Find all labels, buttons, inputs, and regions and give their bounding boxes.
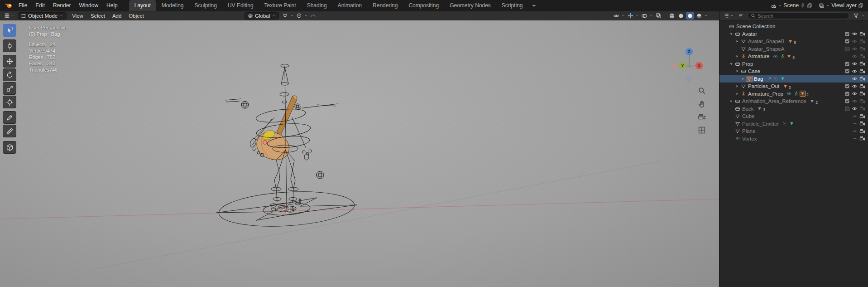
camera-icon[interactable] xyxy=(858,91,866,97)
camera-icon[interactable] xyxy=(858,54,866,59)
axis-x-handle[interactable]: X xyxy=(695,62,703,69)
eye-icon[interactable] xyxy=(851,76,858,82)
editor-type-button[interactable] xyxy=(3,13,16,19)
viewlayer-selector[interactable]: ViewLayer xyxy=(819,2,863,9)
exclude-checkbox[interactable] xyxy=(843,68,851,74)
expander-icon[interactable] xyxy=(734,39,740,44)
orientation-dropdown[interactable]: Global xyxy=(245,12,279,19)
scene-selector[interactable]: Scene xyxy=(771,2,812,9)
shading-material-button[interactable] xyxy=(686,12,694,19)
filter-funnel-icon[interactable] xyxy=(852,12,860,19)
display-mode-icon[interactable] xyxy=(737,12,745,19)
camera-icon[interactable] xyxy=(858,68,866,74)
workspace-tab-modeling[interactable]: Modeling xyxy=(156,0,189,11)
pin-icon[interactable] xyxy=(800,3,806,8)
eye-icon[interactable] xyxy=(851,46,858,52)
overlays-dropdown[interactable] xyxy=(640,12,648,19)
tool-measure[interactable] xyxy=(3,125,16,137)
workspace-tab-compositing[interactable]: Compositing xyxy=(403,0,444,11)
menu-help[interactable]: Help xyxy=(102,0,122,11)
eye-icon[interactable] xyxy=(851,98,858,104)
tool-add-cube[interactable] xyxy=(3,141,16,154)
camera-icon[interactable] xyxy=(858,31,866,37)
workspace-tab-shading[interactable]: Shading xyxy=(302,0,332,11)
camera-icon[interactable] xyxy=(858,46,866,52)
outliner-row-animation-area-reference[interactable]: Animation_Area_Reference2 xyxy=(719,97,868,105)
toggle-perspective-grid-icon[interactable] xyxy=(698,126,706,134)
expander-icon[interactable] xyxy=(740,77,746,81)
outliner-row-particles-out[interactable]: Particles_Out0 xyxy=(719,83,868,90)
menu-render[interactable]: Render xyxy=(49,0,75,11)
outliner-row-particle-emitter[interactable]: Particle_Emitter xyxy=(719,120,868,128)
outliner-row-armature[interactable]: Armature8 xyxy=(719,53,868,60)
exclude-checkbox[interactable] xyxy=(843,98,851,104)
outliner-row-prop[interactable]: Prop xyxy=(719,60,868,68)
gizmos-dropdown[interactable] xyxy=(626,12,634,19)
axis-y-handle[interactable]: Y xyxy=(679,62,686,69)
workspace-tab-geometry-nodes[interactable]: Geometry Nodes xyxy=(444,0,496,11)
xray-toggle[interactable] xyxy=(654,12,662,19)
new-viewlayer-icon[interactable] xyxy=(858,3,863,8)
workspace-tab-layout[interactable]: Layout xyxy=(129,0,156,11)
mode-dropdown[interactable]: Object Mode xyxy=(18,12,67,19)
outliner-row-bag[interactable]: Bag xyxy=(719,75,868,83)
workspace-tab-uv-editing[interactable]: UV Editing xyxy=(222,0,259,11)
workspace-tab-animation[interactable]: Animation xyxy=(332,0,367,11)
viewport-canvas[interactable] xyxy=(0,20,719,287)
viewport-menu-select[interactable]: Select xyxy=(87,13,109,19)
viewport-menu-view[interactable]: View xyxy=(68,13,87,19)
eye-icon[interactable] xyxy=(851,68,858,74)
selectability-dropdown[interactable] xyxy=(612,12,620,19)
axis-neg-x-handle[interactable] xyxy=(672,63,677,68)
expander-icon[interactable] xyxy=(728,62,734,66)
camera-icon[interactable] xyxy=(858,128,866,134)
viewport-menu-object[interactable]: Object xyxy=(125,13,147,19)
shading-rendered-button[interactable] xyxy=(695,12,703,19)
navigation-gizmo[interactable]: Z Y X xyxy=(671,46,707,84)
tool-transform[interactable] xyxy=(3,96,16,108)
viewport-3d[interactable]: User Perspective (0) Prop | Bag Objects2… xyxy=(0,20,719,287)
shading-wireframe-button[interactable] xyxy=(668,12,676,19)
tool-cursor[interactable] xyxy=(3,39,16,52)
new-scene-icon[interactable] xyxy=(807,3,812,8)
expander-icon[interactable] xyxy=(728,99,734,103)
outliner-search-input[interactable] xyxy=(758,13,846,19)
eye-icon[interactable] xyxy=(851,106,858,112)
axis-z-handle[interactable]: Z xyxy=(686,48,693,55)
outliner-row-scene-collection[interactable]: Scene Collection xyxy=(719,23,868,30)
viewport-menu-add[interactable]: Add xyxy=(109,13,125,19)
eye-icon[interactable] xyxy=(851,31,858,37)
outliner-row-back[interactable]: Back3 xyxy=(719,105,868,113)
axis-neg-z-handle[interactable] xyxy=(686,76,691,81)
camera-icon[interactable] xyxy=(858,136,866,141)
proportional-edit-toggle[interactable] xyxy=(295,12,303,19)
eye-icon[interactable] xyxy=(851,54,858,59)
exclude-checkbox[interactable] xyxy=(843,83,851,89)
outliner-row-avatar[interactable]: Avatar xyxy=(719,30,868,38)
expander-icon[interactable] xyxy=(734,54,740,58)
exclude-checkbox[interactable] xyxy=(843,106,851,112)
camera-icon[interactable] xyxy=(858,121,866,126)
outliner-row-vortex[interactable]: Vortex xyxy=(719,135,868,143)
tool-move[interactable] xyxy=(3,55,16,68)
camera-icon[interactable] xyxy=(858,83,866,89)
eye-icon[interactable] xyxy=(851,91,858,97)
eye-icon[interactable] xyxy=(851,61,858,67)
exclude-checkbox[interactable] xyxy=(843,91,851,97)
camera-view-icon[interactable] xyxy=(698,113,706,121)
expander-icon[interactable] xyxy=(734,84,740,88)
expander-icon[interactable] xyxy=(734,69,740,73)
outliner-row-cube[interactable]: Cube xyxy=(719,112,868,120)
camera-icon[interactable] xyxy=(858,39,866,44)
zoom-icon[interactable] xyxy=(698,87,706,95)
menu-window[interactable]: Window xyxy=(75,0,102,11)
workspace-tab-texture-paint[interactable]: Texture Paint xyxy=(259,0,302,11)
outliner-row-avatar-shapeb[interactable]: Avatar_ShapeB8 xyxy=(719,38,868,45)
tool-select-box[interactable] xyxy=(3,24,16,37)
camera-icon[interactable] xyxy=(858,98,866,104)
camera-icon[interactable] xyxy=(858,106,866,112)
exclude-checkbox[interactable] xyxy=(843,31,851,37)
expander-icon[interactable] xyxy=(734,92,740,96)
exclude-checkbox[interactable] xyxy=(843,39,851,44)
outliner-row-plane[interactable]: Plane xyxy=(719,127,868,135)
